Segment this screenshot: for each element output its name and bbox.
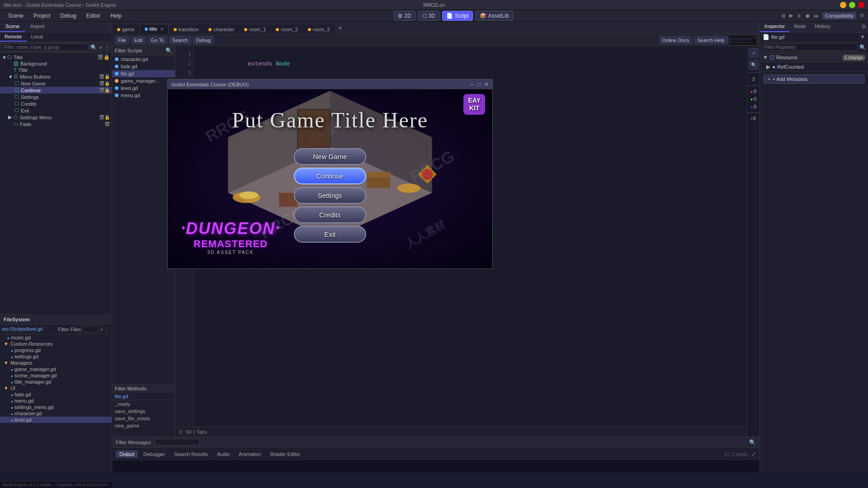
inspector-settings-icon[interactable]: ⚙ bbox=[859, 22, 868, 32]
tree-item-fade[interactable]: ▭ Fade 🎬 bbox=[0, 121, 112, 127]
close-button[interactable] bbox=[858, 2, 864, 8]
add-metadata-button[interactable]: + + Add Metadata bbox=[764, 75, 864, 84]
filesystem-header[interactable]: FileSystem bbox=[0, 315, 112, 324]
game-btn-exit[interactable]: Exit bbox=[294, 226, 366, 243]
menu-scene[interactable]: Scene bbox=[4, 12, 28, 20]
fs-filter-input[interactable] bbox=[83, 326, 98, 333]
tree-item-background[interactable]: 🖼 Background bbox=[0, 61, 112, 67]
fs-menu-icon[interactable]: ⋮ bbox=[105, 326, 110, 332]
inspector-tab-history[interactable]: History bbox=[811, 22, 835, 32]
menu-project[interactable]: Project bbox=[29, 12, 55, 20]
tree-item-title-label[interactable]: T Title bbox=[0, 67, 112, 73]
tab-character[interactable]: character bbox=[203, 24, 239, 34]
method-save-settings[interactable]: save_settings bbox=[112, 408, 175, 415]
preview-minimize-btn[interactable]: ─ bbox=[470, 81, 474, 88]
fs-item-game-manager[interactable]: game_manager.gd bbox=[0, 366, 112, 372]
method-ready[interactable]: _ready bbox=[112, 400, 175, 408]
minimize-button[interactable] bbox=[840, 2, 846, 8]
tab-room1[interactable]: room_1 bbox=[239, 24, 271, 34]
method-save-file-exists[interactable]: save_file_exists bbox=[112, 415, 175, 422]
scripts-search-icon[interactable]: 🔍 bbox=[165, 47, 172, 54]
fs-item-settings[interactable]: settings.gd bbox=[0, 353, 112, 360]
maximize-button[interactable] bbox=[849, 2, 855, 8]
tree-item-exit[interactable]: ☐ Exit bbox=[0, 107, 112, 114]
bottom-filter-input[interactable] bbox=[155, 439, 200, 446]
inspector-filter-input[interactable] bbox=[762, 43, 858, 51]
bottom-tab-shader[interactable]: Shader Editor bbox=[266, 450, 304, 458]
fs-item-menu[interactable]: menu.gd bbox=[0, 398, 112, 404]
editor-debug-menu[interactable]: Debug bbox=[193, 36, 214, 44]
fs-item-level[interactable]: level.gd bbox=[0, 417, 112, 423]
bottom-tab-audio[interactable]: Audio bbox=[213, 450, 233, 458]
resource-section-header[interactable]: ▼ ⬡ Resource 1 change bbox=[760, 53, 868, 62]
game-btn-new-game[interactable]: New Game bbox=[294, 148, 366, 165]
mode-3d-button[interactable]: ⬡ 3D bbox=[418, 11, 439, 21]
game-btn-credits[interactable]: Credits bbox=[294, 206, 366, 223]
tab-title[interactable]: title ✕ bbox=[140, 24, 169, 34]
script-file-game-manager[interactable]: game_manager... bbox=[112, 77, 175, 84]
script-file-menu[interactable]: menu.gd bbox=[112, 92, 175, 99]
fs-item-progress[interactable]: progress.gd bbox=[0, 347, 112, 353]
bottom-expand-icon[interactable]: ⤢ bbox=[751, 451, 756, 457]
script-file-file[interactable]: file.gd bbox=[112, 70, 175, 77]
fs-folder-managers[interactable]: ▼ Managers bbox=[0, 360, 112, 366]
stop-button[interactable]: ⏹ bbox=[805, 13, 810, 19]
fs-item-title-manager[interactable]: title_manager.gd bbox=[0, 379, 112, 385]
tree-item-credits[interactable]: ☐ Credits bbox=[0, 100, 112, 107]
fs-folder-ui[interactable]: ▼ UI bbox=[0, 385, 112, 391]
fs-item-fade[interactable]: fade.gd bbox=[0, 391, 112, 398]
tab-title-close[interactable]: ✕ bbox=[160, 27, 164, 32]
side-search-icon[interactable]: 🔍 bbox=[749, 60, 759, 70]
add-tab-button[interactable]: + bbox=[335, 22, 346, 34]
game-btn-continue[interactable]: Continue bbox=[294, 168, 366, 184]
mode-2d-button[interactable]: ⊞ 2D bbox=[394, 11, 415, 21]
side-move-icon[interactable]: ⤢ bbox=[749, 48, 759, 58]
online-docs-btn[interactable]: Online Docs bbox=[659, 36, 693, 44]
inspector-dropdown-icon[interactable]: ▼ bbox=[860, 34, 865, 40]
fs-item-scene-manager[interactable]: scene_manager.gd bbox=[0, 372, 112, 379]
preview-close-btn[interactable]: ✕ bbox=[484, 81, 489, 88]
menu-debug[interactable]: Debug bbox=[56, 12, 80, 20]
search-help-btn[interactable]: Search Help bbox=[694, 36, 728, 44]
menu-editor[interactable]: Editor bbox=[82, 12, 105, 20]
editor-search-menu[interactable]: Search bbox=[169, 36, 191, 44]
tree-item-settings-menu[interactable]: ▶ ⬡ Settings Menu 🎬🔒 bbox=[0, 114, 112, 121]
menu-help[interactable]: Help bbox=[106, 12, 126, 20]
script-file-fade[interactable]: fade.gd bbox=[112, 63, 175, 70]
remote-tab[interactable]: Remote bbox=[0, 33, 27, 42]
fs-add-icon[interactable]: + bbox=[100, 327, 103, 332]
script-file-level[interactable]: level.gd bbox=[112, 84, 175, 92]
script-file-character[interactable]: character.gd bbox=[112, 56, 175, 63]
bottom-clear-icon[interactable]: 🔍 bbox=[749, 439, 756, 446]
bottom-tab-animation[interactable]: Animation bbox=[235, 450, 264, 458]
editor-file-menu[interactable]: File bbox=[115, 36, 129, 44]
step-button[interactable]: ⏭ bbox=[814, 13, 819, 19]
preview-maximize-btn[interactable]: □ bbox=[477, 81, 481, 88]
editor-edit-menu[interactable]: Edit bbox=[131, 36, 146, 44]
tree-item-continue[interactable]: ☐ Continue 🎬🔒 bbox=[0, 87, 112, 94]
scene-filter-input[interactable] bbox=[2, 43, 89, 51]
pause-button[interactable]: ⏸ bbox=[797, 13, 802, 19]
tab-room3[interactable]: room_3 bbox=[303, 24, 335, 34]
tree-item-title[interactable]: ▼ ⬡ Title 🎬🔒 bbox=[0, 54, 112, 61]
scene-menu-icon[interactable]: ⋮ bbox=[104, 44, 110, 51]
mode-script-button[interactable]: 📄 Script bbox=[442, 11, 473, 21]
fs-folder-custom[interactable]: ▼ Custom Resources bbox=[0, 341, 112, 347]
inspector-tab-inspector[interactable]: Inspector bbox=[760, 22, 789, 32]
tab-room2[interactable]: room_2 bbox=[271, 24, 302, 34]
bottom-tab-output[interactable]: Output bbox=[116, 450, 138, 458]
refcounted-section[interactable]: ▶ ● RefCounted bbox=[760, 62, 868, 72]
import-tab[interactable]: Import bbox=[25, 22, 50, 32]
method-new-game[interactable]: new_game bbox=[112, 422, 175, 429]
tree-item-menu-buttons[interactable]: ▼ ☰ Menu Buttons 🎬🔒 bbox=[0, 73, 112, 80]
fs-item-music[interactable]: music.gd bbox=[0, 334, 112, 341]
editor-goto-menu[interactable]: Go To bbox=[148, 36, 167, 44]
tree-item-settings[interactable]: ☐ Settings bbox=[0, 94, 112, 100]
bottom-tab-debugger[interactable]: Debugger bbox=[140, 450, 169, 458]
tree-item-new-game[interactable]: ☐ New Game 🎬🔒 bbox=[0, 80, 112, 87]
game-btn-settings[interactable]: Settings bbox=[294, 187, 366, 204]
bottom-tab-search[interactable]: Search Results bbox=[170, 450, 212, 458]
top-settings-icon[interactable]: ⚙ bbox=[860, 13, 864, 19]
inspector-tab-node[interactable]: Node bbox=[789, 22, 810, 32]
fs-item-settings-menu[interactable]: settings_menu.gd bbox=[0, 404, 112, 410]
